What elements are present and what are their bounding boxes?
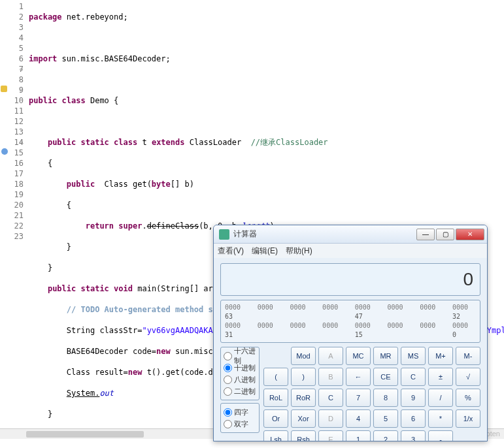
word-dword[interactable]: 双字	[224, 418, 256, 430]
key-ce[interactable]: CE	[373, 368, 398, 386]
key-[interactable]: -	[428, 430, 453, 441]
key-b[interactable]: B	[318, 368, 343, 386]
minimize-button[interactable]: —	[416, 229, 435, 240]
key-9[interactable]: 9	[401, 389, 426, 407]
close-button[interactable]: ✕	[456, 229, 484, 240]
key-c[interactable]: C	[318, 389, 343, 407]
window-title: 计算器	[233, 229, 416, 240]
key-2[interactable]: 2	[373, 430, 398, 441]
key-m[interactable]: M+	[428, 347, 453, 365]
key-e[interactable]: E	[318, 430, 343, 441]
app-icon	[219, 229, 229, 240]
menu-view[interactable]: 查看(V)	[218, 246, 244, 257]
key-[interactable]: *	[428, 409, 453, 428]
key-m[interactable]: M-	[456, 347, 480, 365]
radix-bin[interactable]: 二进制	[224, 385, 256, 397]
menu-help[interactable]: 帮助(H)	[286, 246, 312, 257]
key-5[interactable]: 5	[373, 409, 398, 428]
maximize-button[interactable]: ▢	[436, 229, 454, 240]
key-mc[interactable]: MC	[346, 347, 371, 365]
key-xor[interactable]: Xor	[291, 409, 316, 428]
key-mr[interactable]: MR	[373, 347, 398, 365]
keypad: ModAMCMRMSM+M-()B←CEC±√RoLRoRC789/%OrXor…	[263, 347, 480, 441]
bit-display: 00000000000000000000000000000000 634732 …	[220, 300, 480, 343]
line-gutter: 1234567891011121314151617181920212223 ⊖ …	[0, 0, 26, 242]
key-7[interactable]: 7	[346, 389, 371, 407]
key-[interactable]: %	[456, 389, 480, 407]
key-ms[interactable]: MS	[401, 347, 426, 365]
menu-edit[interactable]: 编辑(E)	[252, 246, 278, 257]
key-c[interactable]: C	[401, 368, 426, 386]
marker-icon	[1, 148, 8, 155]
warning-icon	[1, 86, 7, 92]
calc-display: 0	[220, 263, 480, 296]
key-[interactable]: √	[456, 368, 480, 386]
word-group: 四字 双字	[220, 403, 260, 433]
key-ror[interactable]: RoR	[291, 389, 316, 407]
word-qword[interactable]: 四字	[224, 406, 256, 418]
key-[interactable]: ←	[346, 368, 371, 386]
key-mod[interactable]: Mod	[291, 347, 316, 365]
radix-dec[interactable]: 十进制	[224, 362, 256, 374]
key-[interactable]: ±	[428, 368, 453, 386]
key-or[interactable]: Or	[263, 409, 288, 428]
titlebar[interactable]: 计算器 — ▢ ✕	[214, 225, 487, 244]
radix-oct[interactable]: 八进制	[224, 374, 256, 385]
key-4[interactable]: 4	[346, 409, 371, 428]
fold-icon[interactable]: ⊖	[20, 64, 23, 74]
key-rsh[interactable]: Rsh	[291, 430, 316, 441]
fold-icon[interactable]: ⊖	[20, 85, 23, 95]
key-1x[interactable]: 1/x	[456, 409, 480, 428]
key-lsh[interactable]: Lsh	[263, 430, 288, 441]
key-1[interactable]: 1	[346, 430, 371, 441]
radix-hex[interactable]: 十六进制	[224, 350, 256, 362]
key-[interactable]: /	[428, 389, 453, 407]
menubar: 查看(V) 编辑(E) 帮助(H)	[214, 244, 487, 258]
fold-icon[interactable]: ⊖	[20, 137, 23, 148]
key-3[interactable]: 3	[401, 430, 426, 441]
key-d[interactable]: D	[318, 409, 343, 428]
key-8[interactable]: 8	[373, 389, 398, 407]
key-rol[interactable]: RoL	[263, 389, 288, 407]
key-[interactable]: )	[291, 368, 316, 386]
radix-group: 十六进制 十进制 八进制 二进制	[220, 347, 260, 400]
key-[interactable]: (	[263, 368, 288, 386]
key-6[interactable]: 6	[401, 409, 426, 428]
key-a[interactable]: A	[318, 347, 343, 365]
calculator-window: 计算器 — ▢ ✕ 查看(V) 编辑(E) 帮助(H) 0 0000000000…	[213, 225, 488, 441]
